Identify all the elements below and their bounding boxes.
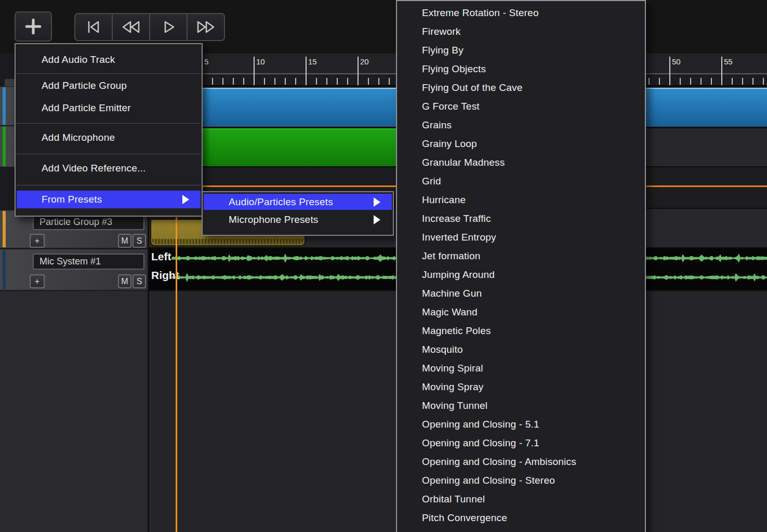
- menu-item-from-presets[interactable]: From Presets: [17, 191, 201, 208]
- preset-item[interactable]: Magnetic Poles: [397, 322, 645, 340]
- ruler-minor-tick: [732, 78, 733, 85]
- ruler-minor-tick: [742, 78, 743, 85]
- skip-to-start-button[interactable]: [74, 13, 112, 41]
- preset-item[interactable]: Machine Gun: [397, 284, 645, 303]
- menu-item-add-particle-group[interactable]: Add Particle Group: [17, 74, 201, 97]
- track-add-button[interactable]: +: [30, 234, 45, 248]
- ruler-minor-tick: [295, 78, 296, 85]
- preset-item[interactable]: Hurricane: [397, 191, 645, 209]
- ruler-tick-label: 20: [360, 57, 369, 66]
- preset-item[interactable]: Grains: [397, 116, 645, 135]
- preset-item[interactable]: Mosquito: [397, 340, 645, 359]
- track-color-strip: [3, 250, 6, 289]
- preset-list-menu: Extreme Rotation - StereoFireworkFlying …: [396, 0, 646, 532]
- ruler-minor-tick: [264, 78, 265, 85]
- add-context-menu: Add Audio Track Add Particle Group Add P…: [15, 43, 203, 217]
- preset-item[interactable]: Opening and Closing - 7.1: [397, 434, 645, 453]
- preset-item[interactable]: Grainy Loop: [397, 135, 645, 153]
- preset-item[interactable]: Granular Madness: [397, 153, 645, 172]
- preset-item[interactable]: Pitch Modulation: [397, 527, 645, 532]
- preset-item[interactable]: Moving Spiral: [397, 359, 645, 378]
- ruler-minor-tick: [347, 78, 348, 85]
- preset-item[interactable]: G Force Test: [397, 97, 645, 116]
- preset-item[interactable]: Moving Spray: [397, 378, 645, 396]
- fast-forward-button[interactable]: [187, 13, 225, 41]
- submenu-arrow-icon: [182, 195, 189, 204]
- ruler-minor-tick: [659, 78, 660, 85]
- channel-label-right: Right: [151, 269, 179, 282]
- skip-to-start-icon: [82, 18, 105, 36]
- ruler-minor-tick: [378, 78, 379, 85]
- preset-item[interactable]: Inverted Entropy: [397, 228, 645, 247]
- menu-separator: [17, 73, 201, 74]
- play-button[interactable]: [150, 13, 187, 41]
- preset-item[interactable]: Jet formation: [397, 247, 645, 265]
- rewind-button[interactable]: [112, 13, 150, 41]
- track-header-mic-system[interactable]: Mic System #1 + M S: [0, 249, 148, 290]
- channel-label-left: Left: [151, 250, 171, 263]
- preset-item[interactable]: Flying Out of the Cave: [397, 78, 645, 97]
- preset-item[interactable]: Orbital Tunnel: [397, 490, 645, 509]
- preset-item[interactable]: Flying By: [397, 41, 645, 60]
- ruler-minor-tick: [222, 78, 223, 85]
- solo-button[interactable]: S: [133, 274, 146, 288]
- ruler-major-tick: [254, 57, 255, 85]
- preset-item[interactable]: Moving Tunnel: [397, 396, 645, 415]
- ruler-tick-label: 50: [672, 57, 681, 66]
- ruler-minor-tick: [316, 78, 317, 85]
- ruler-minor-tick: [752, 78, 753, 85]
- fast-forward-icon: [192, 18, 219, 36]
- ruler-tick-label: 5: [204, 57, 208, 66]
- ruler-minor-tick: [700, 78, 702, 85]
- header-column-tail: [0, 291, 148, 532]
- ruler-minor-tick: [212, 78, 213, 85]
- preset-item[interactable]: Opening and Closing - Stereo: [397, 471, 645, 490]
- track-color-strip: [3, 87, 6, 125]
- daw-app: { "toolbar": { "add_button_label": "+", …: [0, 0, 767, 532]
- menu-item-add-audio-track[interactable]: Add Audio Track: [17, 47, 201, 72]
- menu-item-add-microphone[interactable]: Add Microphone: [17, 125, 201, 150]
- ruler-minor-tick: [326, 78, 327, 85]
- mute-button[interactable]: M: [118, 274, 131, 288]
- preset-item[interactable]: Firework: [397, 22, 645, 41]
- track-name-field[interactable]: Mic System #1: [33, 254, 144, 270]
- preset-item[interactable]: Pitch Convergence: [397, 509, 645, 527]
- preset-item[interactable]: Magic Wand: [397, 303, 645, 322]
- transport-controls: [74, 13, 225, 39]
- ruler-tick-label: 15: [308, 57, 317, 66]
- preset-item[interactable]: Grid: [397, 172, 645, 191]
- track-add-button[interactable]: +: [30, 274, 45, 288]
- ruler-minor-tick: [274, 78, 275, 85]
- mute-button[interactable]: M: [118, 234, 131, 248]
- presets-submenu: Audio/Particles Presets Microphone Prese…: [202, 191, 394, 236]
- ruler-minor-tick: [763, 78, 764, 85]
- preset-item[interactable]: Opening and Closing - 5.1: [397, 415, 645, 434]
- menu-item-add-particle-emitter[interactable]: Add Particle Emitter: [17, 97, 201, 119]
- ruler-minor-tick: [285, 78, 286, 85]
- submenu-item-microphone-presets[interactable]: Microphone Presets: [204, 211, 392, 229]
- ruler-minor-tick: [368, 78, 369, 85]
- submenu-arrow-icon: [374, 215, 380, 224]
- preset-item[interactable]: Increase Traffic: [397, 209, 645, 228]
- solo-button[interactable]: S: [133, 234, 146, 248]
- add-track-button[interactable]: [15, 11, 52, 42]
- ruler-minor-tick: [389, 78, 390, 85]
- ruler-tick-label: 55: [724, 57, 733, 66]
- menu-item-add-video-reference[interactable]: Add Video Reference...: [17, 156, 201, 181]
- ruler-major-tick: [721, 57, 722, 85]
- ruler-minor-tick: [337, 78, 338, 85]
- ruler-minor-tick: [711, 78, 712, 85]
- preset-item[interactable]: Opening and Closing - Ambisonics: [397, 453, 645, 471]
- preset-item[interactable]: Flying Objects: [397, 60, 645, 78]
- menu-item-label: Audio/Particles Presets: [229, 196, 333, 208]
- preset-item[interactable]: Jumping Around: [397, 265, 645, 284]
- submenu-item-audio-particles-presets[interactable]: Audio/Particles Presets: [204, 194, 392, 210]
- menu-item-label: From Presets: [42, 194, 102, 205]
- menu-separator: [17, 185, 201, 185]
- preset-item[interactable]: Extreme Rotation - Stereo: [397, 4, 645, 22]
- menu-separator: [17, 154, 201, 154]
- ruler-major-tick: [358, 57, 359, 85]
- track-color-strip: [3, 211, 6, 247]
- play-icon: [156, 18, 180, 36]
- playhead[interactable]: [176, 217, 177, 532]
